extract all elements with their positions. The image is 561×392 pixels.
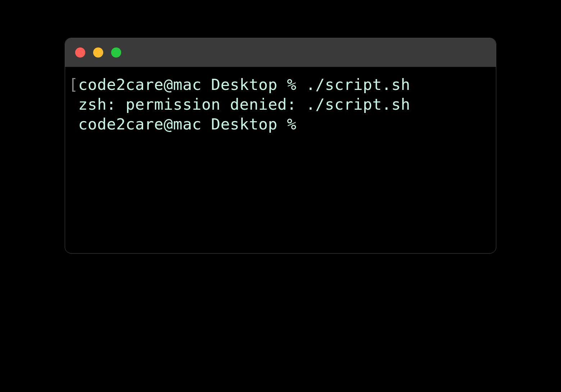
command-text: ./script.sh xyxy=(306,76,410,94)
terminal-line-1: [code2care@mac Desktop % ./script.sh xyxy=(69,75,492,95)
shell-prompt: code2care@mac Desktop % xyxy=(78,76,306,94)
title-bar xyxy=(65,38,496,67)
terminal-window: [code2care@mac Desktop % ./script.sh zsh… xyxy=(65,38,496,254)
maximize-button[interactable] xyxy=(111,47,121,58)
terminal-body[interactable]: [code2care@mac Desktop % ./script.sh zsh… xyxy=(65,67,496,142)
close-button[interactable] xyxy=(75,47,85,58)
terminal-line-3: code2care@mac Desktop % xyxy=(69,114,492,134)
bracket-char: [ xyxy=(69,76,78,94)
terminal-line-2: zsh: permission denied: ./script.sh xyxy=(69,95,492,114)
minimize-button[interactable] xyxy=(93,47,103,58)
